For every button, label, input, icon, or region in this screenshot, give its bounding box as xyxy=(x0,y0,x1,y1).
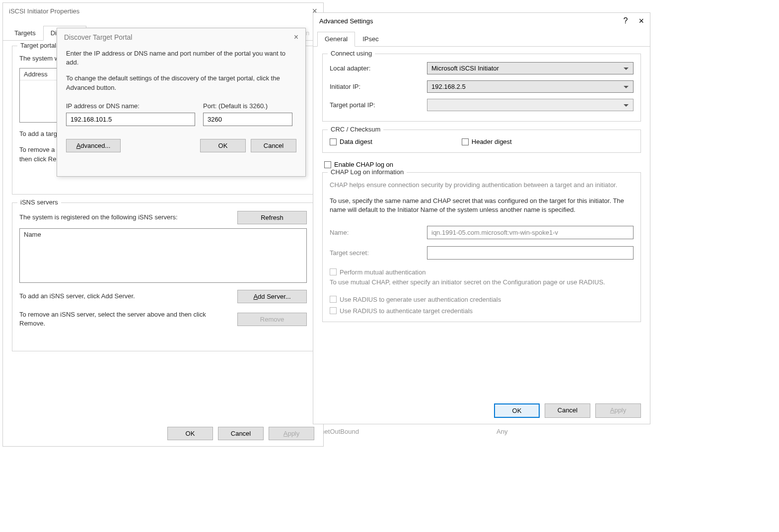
remove-button: Remove xyxy=(237,313,307,326)
add-server-button[interactable]: Add Server... xyxy=(237,290,307,303)
target-portal-ip-label: Target portal IP: xyxy=(330,101,427,109)
initiator-ip-select[interactable]: 192.168.2.5 xyxy=(427,80,634,93)
refresh-button[interactable]: Refresh xyxy=(237,211,307,224)
bg-text: Any xyxy=(496,428,507,435)
apply-button: Apply xyxy=(595,403,641,418)
ip-address-label: IP address or DNS name: xyxy=(66,102,195,110)
crc-checksum-fieldset: CRC / Checksum Data digest Header digest xyxy=(322,130,641,153)
fieldset-legend: iSNS servers xyxy=(17,199,61,206)
window-title: iSCSI Initiator Properties xyxy=(9,7,79,15)
port-input[interactable] xyxy=(203,113,292,126)
advanced-settings-window: Advanced Settings ? × General IPsec Conn… xyxy=(313,12,650,424)
instr-text: To change the default settings of the di… xyxy=(66,74,296,92)
enable-chap-checkbox[interactable]: Enable CHAP log on xyxy=(324,161,641,168)
isns-servers-list[interactable]: Name xyxy=(19,228,307,283)
instr-text: To use, specify the same name and CHAP s… xyxy=(330,197,634,214)
local-adapter-label: Local adapter: xyxy=(330,65,427,72)
instr-text: The system is registered on the followin… xyxy=(19,213,178,222)
instr-text: CHAP helps ensure connection security by… xyxy=(330,181,634,190)
tab-general[interactable]: General xyxy=(317,32,355,47)
advanced-button[interactable]: Advanced... xyxy=(66,139,121,152)
close-icon[interactable]: × xyxy=(294,33,298,42)
ok-button[interactable]: OK xyxy=(200,139,246,152)
target-secret-label: Target secret: xyxy=(330,249,427,257)
radius-authenticate-checkbox: Use RADIUS to authenticate target creden… xyxy=(330,307,634,315)
local-adapter-select[interactable]: Microsoft iSCSI Initiator xyxy=(427,62,634,74)
instr-text: To add an iSNS server, click Add Server. xyxy=(19,292,135,301)
close-icon[interactable]: × xyxy=(638,16,644,26)
tab-targets[interactable]: Targets xyxy=(7,26,43,40)
discover-target-portal-dialog: Discover Target Portal × Enter the IP ad… xyxy=(57,28,306,177)
ok-button[interactable]: OK xyxy=(494,403,540,418)
tab-ipsec[interactable]: IPsec xyxy=(355,32,386,46)
dialog-title: Discover Target Portal xyxy=(64,33,132,41)
ok-button[interactable]: OK xyxy=(167,427,213,440)
fieldset-legend: CHAP Log on information xyxy=(328,168,407,176)
mutual-auth-checkbox: Perform mutual authentication xyxy=(330,268,634,276)
column-header-address: Address xyxy=(20,68,61,80)
cancel-button[interactable]: Cancel xyxy=(218,427,264,440)
fieldset-legend: Connect using xyxy=(328,50,375,57)
apply-button: Apply xyxy=(269,427,314,440)
cancel-button[interactable]: Cancel xyxy=(251,139,296,152)
target-portals-list[interactable]: Address xyxy=(19,68,62,123)
ip-address-input[interactable] xyxy=(66,113,195,126)
target-secret-input xyxy=(427,246,634,260)
window-title: Advanced Settings xyxy=(319,17,373,25)
header-digest-checkbox[interactable]: Header digest xyxy=(462,138,512,145)
chap-logon-fieldset: CHAP Log on information CHAP helps ensur… xyxy=(322,172,641,322)
titlebar: iSCSI Initiator Properties × xyxy=(3,3,323,19)
cancel-button[interactable]: Cancel xyxy=(545,403,590,418)
isns-servers-fieldset: iSNS servers The system is registered on… xyxy=(12,202,314,351)
initiator-ip-label: Initiator IP: xyxy=(330,83,427,90)
instr-text: To use mutual CHAP, either specify an in… xyxy=(330,278,634,287)
instr-text: To remove an iSNS server, select the ser… xyxy=(19,310,208,328)
instr-text: Enter the IP address or DNS name and por… xyxy=(66,49,296,67)
chap-name-label: Name: xyxy=(330,229,427,236)
target-portal-ip-select xyxy=(427,99,634,111)
help-icon[interactable]: ? xyxy=(624,16,628,25)
port-label: Port: (Default is 3260.) xyxy=(203,102,268,110)
data-digest-checkbox[interactable]: Data digest xyxy=(330,138,372,145)
chap-name-input xyxy=(427,226,634,239)
fieldset-legend: Target portals xyxy=(17,42,63,49)
radius-generate-checkbox: Use RADIUS to generate user authenticati… xyxy=(330,296,634,303)
connect-using-fieldset: Connect using Local adapter: Microsoft i… xyxy=(322,54,641,122)
column-header-name: Name xyxy=(20,229,306,240)
fieldset-legend: CRC / Checksum xyxy=(328,126,383,133)
